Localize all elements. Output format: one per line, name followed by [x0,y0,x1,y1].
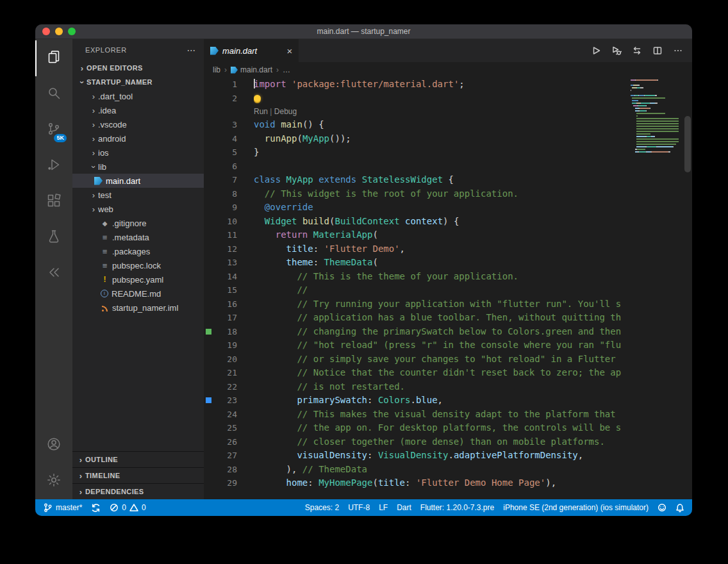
tab-main-dart[interactable]: main.dart [204,39,299,62]
codelens-run-link[interactable]: Run [254,107,268,116]
code-line-18[interactable]: 18 // changing the primarySwatch below t… [204,325,692,339]
gutter-glyph-margin[interactable] [204,435,214,449]
code-text[interactable]: // This makes the visual density adapt t… [254,408,692,422]
source-control-activity-button[interactable]: 5K [35,112,72,148]
code-line-27[interactable]: 27 visualDensity: VisualDensity.adaptive… [204,449,692,463]
code-text[interactable]: home: MyHomePage(title: 'Flutter Demo Ho… [254,476,692,490]
code-text[interactable]: // closer together (more dense) than on … [254,435,692,449]
device-selector[interactable]: iPhone SE (2nd generation) (ios simulato… [503,503,649,512]
code-text[interactable]: // [254,283,692,297]
tree-item-ios[interactable]: ios [72,145,204,160]
more-actions-button[interactable] [673,46,683,56]
code-text[interactable]: void main() { [254,118,692,132]
code-line-10[interactable]: 10 Widget build(BuildContext context) { [204,215,692,229]
tree-item-readme-md[interactable]: README.md [72,286,204,301]
code-line-6[interactable]: 6 [204,160,692,174]
breadcrumb-lib[interactable]: lib [213,65,220,74]
scrollbar-thumb[interactable] [684,116,691,172]
gutter-glyph-margin[interactable] [204,421,214,435]
code-line-29[interactable]: 29 home: MyHomePage(title: 'Flutter Demo… [204,476,692,490]
code-text[interactable]: return MaterialApp( [254,228,692,242]
code-text[interactable]: ), // ThemeData [254,463,692,477]
code-line-9[interactable]: 9 @override [204,201,692,215]
code-text[interactable]: // or simply save your changes to "hot r… [254,352,692,367]
open-editors-section-header[interactable]: OPEN EDITORS [72,61,204,75]
tree-item-main-dart[interactable]: main.dart [72,174,204,188]
breadcrumb-symbol[interactable]: … [283,65,290,74]
code-line-7[interactable]: 7class MyApp extends StatelessWidget { [204,173,692,187]
testing-activity-button[interactable] [35,220,72,256]
open-changes-button[interactable] [632,46,642,56]
code-text[interactable]: theme: ThemeData( [254,256,692,270]
tree-item--vscode[interactable]: .vscode [72,117,204,131]
code-text[interactable]: @override [254,201,692,215]
gutter-glyph-margin[interactable] [204,201,214,215]
code-text[interactable]: } [254,145,692,160]
gutter-glyph-margin[interactable] [204,338,214,352]
gutter-glyph-margin[interactable] [204,118,214,132]
code-text[interactable]: // Try running your application with "fl… [254,297,692,311]
gutter-glyph-margin[interactable] [204,270,214,284]
code-line-17[interactable]: 17 // application has a blue toolbar. Th… [204,311,692,325]
code-editor[interactable]: 1import 'package:flutter/material.dart';… [204,78,692,499]
settings-button[interactable] [35,463,72,499]
gutter-glyph-margin[interactable] [204,380,214,394]
split-editor-button[interactable] [652,46,663,56]
dependencies-section-header[interactable]: DEPENDENCIES [72,483,204,499]
code-text[interactable]: // This widget is the root of your appli… [254,187,692,201]
gutter-glyph-margin[interactable] [204,228,214,242]
code-line-19[interactable]: 19 // "hot reload" (press "r" in the con… [204,338,692,352]
code-text[interactable]: // the app on. For desktop platforms, th… [254,421,692,435]
codelens-row[interactable]: Run | Debug [204,105,692,118]
code-line-15[interactable]: 15 // [204,283,692,297]
code-text[interactable]: // is not restarted. [254,380,692,394]
code-line-23[interactable]: 23 primarySwatch: Colors.blue, [204,394,692,408]
code-line-25[interactable]: 25 // the app on. For desktop platforms,… [204,421,692,435]
gutter-glyph-margin[interactable] [204,394,214,408]
code-line-12[interactable]: 12 title: 'Flutter Demo', [204,242,692,256]
code-line-3[interactable]: 3void main() { [204,118,692,132]
code-line-11[interactable]: 11 return MaterialApp( [204,228,692,242]
gutter-glyph-margin[interactable] [204,187,214,201]
tree-item--idea[interactable]: .idea [72,103,204,117]
zoom-window-button[interactable] [68,28,76,35]
explorer-activity-button[interactable] [35,40,72,76]
code-text[interactable]: runApp(MyApp()); [254,132,692,146]
title-bar[interactable]: main.dart — startup_namer [35,24,692,39]
code-line-13[interactable]: 13 theme: ThemeData( [204,256,692,270]
gutter-glyph-margin[interactable] [204,256,214,270]
debug-run-button[interactable] [611,46,622,56]
flutter-activity-button[interactable] [35,256,72,292]
gutter-glyph-margin[interactable] [204,173,214,187]
code-line-5[interactable]: 5} [204,145,692,160]
search-activity-button[interactable] [35,76,72,112]
tree-item-pubspec-yaml[interactable]: pubspec.yaml [72,272,204,286]
tree-item--metadata[interactable]: .metadata [72,230,204,244]
code-line-1[interactable]: 1import 'package:flutter/material.dart'; [204,78,692,92]
accounts-button[interactable] [35,427,72,463]
code-text[interactable]: // This is the theme of your application… [254,270,692,284]
code-line-2[interactable]: 2 [204,92,692,106]
tree-item-startup-namer-iml[interactable]: startup_namer.iml [72,301,204,315]
gutter-glyph-margin[interactable] [204,325,214,339]
code-text[interactable]: // changing the primarySwatch below to C… [254,325,692,339]
code-text[interactable]: // Notice that the counter didn't reset … [254,366,692,380]
code-text[interactable]: Widget build(BuildContext context) { [254,215,692,229]
gutter-glyph-margin[interactable] [204,160,214,174]
encoding-indicator[interactable]: UTF-8 [348,503,370,512]
problems-indicator[interactable]: 0 0 [110,503,145,512]
tree-item-pubspec-lock[interactable]: pubspec.lock [72,258,204,272]
gutter-glyph-margin[interactable] [204,449,214,463]
gutter-glyph-margin[interactable] [204,283,214,297]
project-section-header[interactable]: STARTUP_NAMER [72,75,204,89]
code-text[interactable]: class MyApp extends StatelessWidget { [254,173,692,187]
branch-indicator[interactable]: master* [43,502,82,513]
gutter-glyph-margin[interactable] [204,78,214,92]
timeline-section-header[interactable]: TIMELINE [72,467,204,483]
code-text[interactable]: visualDensity: VisualDensity.adaptivePla… [254,449,692,463]
tree-item--packages[interactable]: .packages [72,244,204,258]
minimap[interactable] [631,78,683,499]
tree-item-test[interactable]: test [72,188,204,202]
gutter-glyph-margin[interactable] [204,352,214,367]
gutter-glyph-margin[interactable] [204,242,214,256]
